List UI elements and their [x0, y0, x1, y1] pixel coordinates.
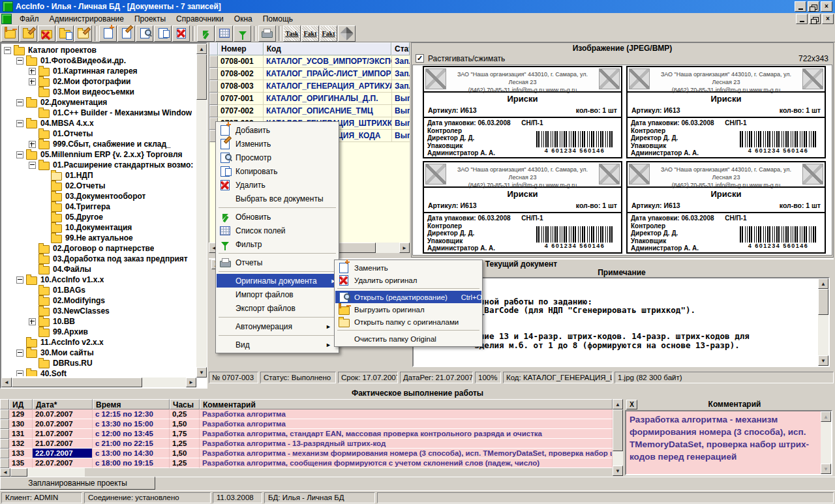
- tab-planned-projects[interactable]: Запланированные проекты: [0, 477, 155, 490]
- scroll-down-icon[interactable]: ▼: [196, 367, 207, 378]
- tree-item[interactable]: 01.Расширение стандартных возмо:: [3, 160, 194, 170]
- menu-item-refresh[interactable]: Обновить: [217, 210, 338, 224]
- row-selector[interactable]: [0, 409, 9, 419]
- expand-icon[interactable]: [29, 141, 36, 148]
- tree-item[interactable]: 11.AccInfo v2.x.x: [3, 337, 194, 348]
- tree-item[interactable]: 05.Другое: [3, 212, 194, 222]
- tree-hscroll-thumb[interactable]: [12, 378, 142, 387]
- scroll-down-icon[interactable]: ▼: [818, 355, 828, 366]
- menu-item-export[interactable]: Экспорт файлов: [217, 301, 338, 315]
- menu-item-view-mode[interactable]: Вид►: [217, 338, 338, 351]
- collapse-icon[interactable]: [4, 47, 11, 54]
- menu-item-view[interactable]: Просмотр: [217, 151, 338, 164]
- tree-item[interactable]: 02.Modifyings: [3, 295, 194, 306]
- row-selector[interactable]: [209, 68, 218, 80]
- fact-hscroll-thumb[interactable]: [10, 468, 27, 477]
- column-header-hours[interactable]: Часы: [170, 399, 200, 409]
- tree-vscroll-thumb[interactable]: [196, 54, 207, 100]
- collapse-icon[interactable]: [16, 120, 23, 127]
- menu-item-add[interactable]: Добавить: [217, 123, 338, 137]
- submenu-item-open-folder[interactable]: Открыть папку с оригиналами: [335, 316, 481, 328]
- navigator-button[interactable]: [338, 25, 356, 42]
- scroll-left-icon[interactable]: ◄: [0, 468, 10, 477]
- tree-item[interactable]: 01.BAGs: [3, 285, 194, 295]
- row-selector[interactable]: [0, 439, 9, 449]
- menu-item-delete[interactable]: Удалить: [217, 178, 338, 192]
- tree-item[interactable]: 02.Договор о партнерстве: [3, 243, 194, 254]
- mdi-minimize-button[interactable]: [796, 14, 808, 24]
- tree-item[interactable]: 30.Мои сайты: [3, 348, 194, 358]
- fakt-view-button[interactable]: Fakt: [301, 25, 319, 42]
- document-row[interactable]: 0707-002КАТАЛОГ_ОПИСАНИЕ_ТМЦВыполнено: [209, 105, 410, 117]
- task-view-button[interactable]: Task: [283, 25, 301, 42]
- view-document-button[interactable]: [136, 25, 153, 42]
- tree-item[interactable]: 02.Документация: [3, 97, 194, 108]
- tree-item[interactable]: 03.NewClasses: [3, 306, 194, 316]
- refresh-button[interactable]: [197, 25, 215, 42]
- close-comment-panel-button[interactable]: X: [626, 400, 637, 409]
- delete-project-button[interactable]: [38, 25, 55, 42]
- collapse-icon[interactable]: [29, 162, 36, 169]
- close-button[interactable]: ×: [821, 1, 832, 12]
- tree-item[interactable]: 02.Отчеты: [3, 181, 194, 191]
- collapse-icon[interactable]: [16, 151, 23, 158]
- fact-vscroll-thumb[interactable]: [613, 409, 623, 451]
- menu-references[interactable]: Справочники: [171, 14, 229, 24]
- tree-item[interactable]: 99.Не актуальное: [3, 233, 194, 243]
- submenu-item-delete-original[interactable]: Удалить оригинал: [335, 274, 481, 286]
- print-button[interactable]: [258, 25, 276, 42]
- scroll-right-icon[interactable]: ►: [186, 378, 196, 387]
- menu-item-select-all[interactable]: Выбрать все документы: [217, 192, 338, 205]
- scroll-up-icon[interactable]: ▲: [196, 44, 207, 54]
- field-list-button[interactable]: [215, 25, 233, 42]
- document-row[interactable]: 0708-002КАТАЛОГ_ПРАЙС-ЛИСТ_ИМПОРТЗаплани…: [209, 68, 410, 80]
- collapse-icon[interactable]: [16, 57, 23, 65]
- edit-project-button[interactable]: [20, 25, 37, 42]
- scroll-left-icon[interactable]: ◄: [1, 378, 12, 387]
- fact-row[interactable]: 13221.07.2007с 21:00 по 22:151,25Разрабо…: [0, 439, 613, 449]
- collapse-icon[interactable]: [16, 276, 23, 284]
- menu-item-edit[interactable]: Изменить: [217, 137, 338, 151]
- menu-file[interactable]: Файл: [14, 14, 44, 24]
- tree-item[interactable]: 40.Soft: [3, 368, 194, 376]
- tree-item[interactable]: 04.Файлы: [3, 264, 194, 274]
- column-header-number[interactable]: Номер: [218, 42, 264, 55]
- submenu-item-open-edit[interactable]: Открыть (редактирование)Ctrl+O: [335, 291, 481, 303]
- row-selector[interactable]: [0, 419, 9, 429]
- note-vscroll-thumb[interactable]: [818, 289, 828, 315]
- fact-row[interactable]: 13020.07.2007с 13:30 по 15:001,50Разрабо…: [0, 419, 613, 429]
- row-selector[interactable]: [0, 429, 9, 439]
- expand-icon[interactable]: [29, 78, 36, 85]
- menu-item-originals[interactable]: Оригиналы документа►: [217, 274, 338, 288]
- document-row[interactable]: 0708-003КАТАЛОГ_ГЕНЕРАЦИЯ_АРТИКУЛАЗаплан…: [209, 80, 410, 93]
- collapse-icon[interactable]: [16, 99, 23, 106]
- submenu-item-clear-folder[interactable]: Очистить папку Original: [335, 333, 481, 345]
- comment-text-area[interactable]: Разработка алгоритма - механизм формиров…: [625, 410, 832, 475]
- menu-item-reports[interactable]: Отчеты: [217, 256, 338, 269]
- filter-button[interactable]: [234, 25, 251, 42]
- submenu-item-replace[interactable]: Заменить: [335, 261, 481, 274]
- tree-item[interactable]: 05.Millennium ERP {v. 2.x.x} Торговля: [3, 149, 194, 160]
- open-project-button[interactable]: [74, 25, 92, 42]
- document-row[interactable]: 0708-001КАТАЛОГ_УСОВ_ИМПОРТ/ЭКСПОРТЗапла…: [209, 55, 410, 68]
- fact-row-selected[interactable]: 13322.07.2007с 13:00 по 14:301,50Разрабо…: [0, 449, 613, 458]
- scroll-up-icon[interactable]: ▲: [613, 399, 623, 409]
- column-header-date[interactable]: Дата*: [33, 399, 93, 409]
- row-selector[interactable]: [209, 80, 218, 93]
- tree-item[interactable]: 01.C++ Builder - Механизмы Window: [3, 108, 194, 118]
- fact-row[interactable]: 13121.07.2007с 12:00 по 13:451,75Разрабо…: [0, 429, 613, 439]
- tree-item[interactable]: 01.Картинная галерея: [3, 66, 194, 76]
- tree-item[interactable]: 04.Триггера: [3, 201, 194, 212]
- tree-item[interactable]: DBRus.RU: [3, 358, 194, 368]
- tree-item[interactable]: 99.Архив: [3, 327, 194, 337]
- tree-item[interactable]: 03.Доработка под заказ предприят: [3, 254, 194, 264]
- menu-help[interactable]: Помощь: [258, 14, 298, 24]
- menu-item-copy[interactable]: Копировать: [217, 164, 338, 178]
- fakt2-view-button[interactable]: Fakt: [320, 25, 337, 42]
- tree-item-selected[interactable]: 01.НДП: [3, 170, 194, 181]
- scroll-up-icon[interactable]: ▲: [818, 278, 828, 289]
- row-selector[interactable]: [0, 449, 9, 458]
- collapse-icon[interactable]: [16, 349, 23, 357]
- move-project-button[interactable]: [56, 25, 74, 42]
- menu-projects[interactable]: Проекты: [129, 14, 171, 24]
